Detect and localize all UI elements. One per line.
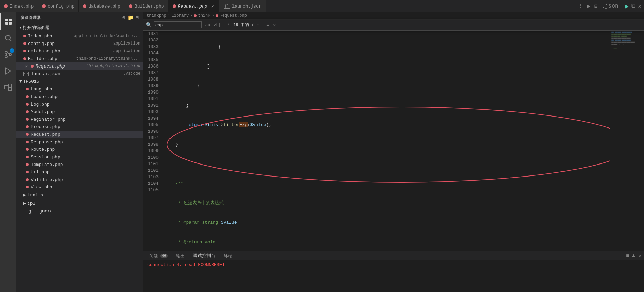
open-file-index[interactable]: Index.php application\index\contro... <box>16 32 143 40</box>
tab-builder-php[interactable]: Builder.php <box>125 0 168 12</box>
breadcrumb-request[interactable]: Request.php <box>216 13 247 18</box>
split-icon[interactable]: ⧉ <box>631 3 635 9</box>
tab-problems[interactable]: 问题 46 <box>146 252 171 260</box>
file-model[interactable]: Model.php <box>16 108 143 115</box>
run-icon[interactable]: ▶ <box>625 2 629 10</box>
close-file-icon[interactable]: ✕ <box>23 64 29 69</box>
file-dot <box>23 42 26 45</box>
close-tab-button[interactable]: ✕ <box>210 3 215 9</box>
file-route[interactable]: Route.php <box>16 146 143 153</box>
file-dot <box>26 171 29 173</box>
file-dot <box>26 110 29 113</box>
tab-request-php[interactable]: Request.php ✕ <box>168 0 219 12</box>
file-dot <box>26 178 29 181</box>
activity-scm[interactable]: 1 <box>0 46 16 63</box>
file-request[interactable]: Request.php <box>16 131 143 138</box>
panel-actions: ≡ ▲ ✕ <box>626 253 641 259</box>
tab-config-php[interactable]: config.php <box>38 0 79 12</box>
match-word-btn[interactable]: Ab| <box>212 22 223 28</box>
svg-rect-0 <box>5 19 8 21</box>
folder-label: tpl <box>27 201 35 206</box>
file-template[interactable]: Template.php <box>16 161 143 168</box>
folder-label: traits <box>27 193 43 198</box>
search-options: Aa Ab| .* <box>204 22 231 28</box>
file-session[interactable]: Session.php <box>16 153 143 161</box>
file-dot <box>26 125 29 128</box>
match-case-btn[interactable]: Aa <box>204 22 212 28</box>
file-dot <box>26 133 29 136</box>
folder-arrow: ▶ <box>23 200 26 206</box>
file-loader[interactable]: Loader.php <box>16 93 143 100</box>
file-icon <box>83 4 86 8</box>
file-dot <box>26 186 29 188</box>
tab-output[interactable]: 输出 <box>173 252 188 260</box>
output-label: 输出 <box>176 253 185 259</box>
tab-terminal[interactable]: 终端 <box>220 252 236 260</box>
regex-btn[interactable]: .* <box>223 22 231 28</box>
tab-index-php[interactable]: Index.php <box>0 0 38 12</box>
tpl-folder[interactable]: ▶ tpl <box>16 199 143 207</box>
breadcrumb-library[interactable]: library <box>172 13 189 18</box>
svg-line-5 <box>10 40 12 41</box>
select-all-btn[interactable]: ≡ <box>266 22 270 28</box>
file-paginator[interactable]: Paginator.php <box>16 115 143 123</box>
json-tab[interactable]: .json <box>601 2 620 10</box>
file-gitignore[interactable]: .gitignore <box>16 207 143 215</box>
traits-folder[interactable]: ▶ traits <box>16 191 143 199</box>
layout-icon[interactable]: ⊞ <box>593 2 599 10</box>
tab-debug-console[interactable]: 调试控制台 <box>190 251 219 260</box>
panel-maximize-icon[interactable]: ▲ <box>632 253 635 259</box>
tab-bar: Index.php config.php database.php Builde… <box>0 0 644 12</box>
file-log[interactable]: Log.php <box>16 100 143 108</box>
open-editors-section[interactable]: ▼ 打开的编辑器 <box>16 23 143 32</box>
search-close-btn[interactable]: ✕ <box>272 21 277 29</box>
svg-rect-13 <box>8 84 12 87</box>
file-process[interactable]: Process.php <box>16 123 143 131</box>
more-icon[interactable]: ▶ <box>585 2 592 10</box>
open-file-request[interactable]: ✕ Request.php thinkphp\library\think <box>16 62 143 70</box>
close-icon[interactable]: ✕ <box>638 3 641 10</box>
open-file-database[interactable]: database.php application <box>16 47 143 55</box>
prev-match-btn[interactable]: ↑ <box>256 22 260 28</box>
file-validate[interactable]: Validate.php <box>16 176 143 183</box>
svg-rect-1 <box>9 19 12 21</box>
open-file-builder[interactable]: Builder.php thinkphp\library\think\... <box>16 55 143 62</box>
panel-filter-icon[interactable]: ≡ <box>626 253 629 259</box>
tab-launch-json[interactable]: {} launch.json <box>219 0 266 12</box>
file-url[interactable]: Url.php <box>16 168 143 176</box>
breadcrumb-thinkphp[interactable]: thinkphp <box>147 13 166 18</box>
tp5015-section[interactable]: ▼ TP5015 <box>16 77 143 85</box>
activity-search[interactable] <box>0 30 16 46</box>
file-dot <box>23 57 26 60</box>
collapse-icon[interactable]: ⊟ <box>136 15 139 21</box>
search-input[interactable] <box>154 21 202 28</box>
file-icon <box>129 4 132 8</box>
file-response[interactable]: Response.php <box>16 138 143 146</box>
activity-extensions[interactable] <box>0 79 16 96</box>
panel-close-icon[interactable]: ✕ <box>638 253 641 259</box>
file-dot <box>26 118 29 121</box>
code-editor[interactable]: 1081 1082 1083 1084 1085 1086 1087 1088 … <box>143 31 610 251</box>
tab-database-php[interactable]: database.php <box>79 0 125 12</box>
activity-explorer[interactable] <box>0 13 16 30</box>
activity-debug[interactable] <box>0 63 16 79</box>
svg-point-6 <box>5 51 7 53</box>
svg-rect-2 <box>5 22 8 25</box>
search-icon: 🔍 <box>146 22 152 28</box>
tab-label: database.php <box>88 4 121 9</box>
next-match-btn[interactable]: ↓ <box>261 22 265 28</box>
open-file-config[interactable]: config.php application <box>16 40 143 47</box>
svg-point-7 <box>5 56 7 58</box>
new-folder-icon[interactable]: 📁 <box>128 15 134 21</box>
file-dot <box>23 50 26 52</box>
svg-point-4 <box>5 35 10 40</box>
file-view[interactable]: View.php <box>16 183 143 191</box>
section-arrow: ▼ <box>19 79 22 84</box>
open-file-launch[interactable]: {} launch.json .vscode <box>16 70 143 77</box>
search-count: 19 中的 7 <box>233 22 254 28</box>
file-dot <box>26 88 29 90</box>
breadcrumb-think[interactable]: think <box>194 13 210 18</box>
split-editor-icon[interactable]: ⋮ <box>577 2 584 10</box>
file-lang[interactable]: Lang.php <box>16 85 143 93</box>
new-file-icon[interactable]: ⊕ <box>122 15 125 21</box>
